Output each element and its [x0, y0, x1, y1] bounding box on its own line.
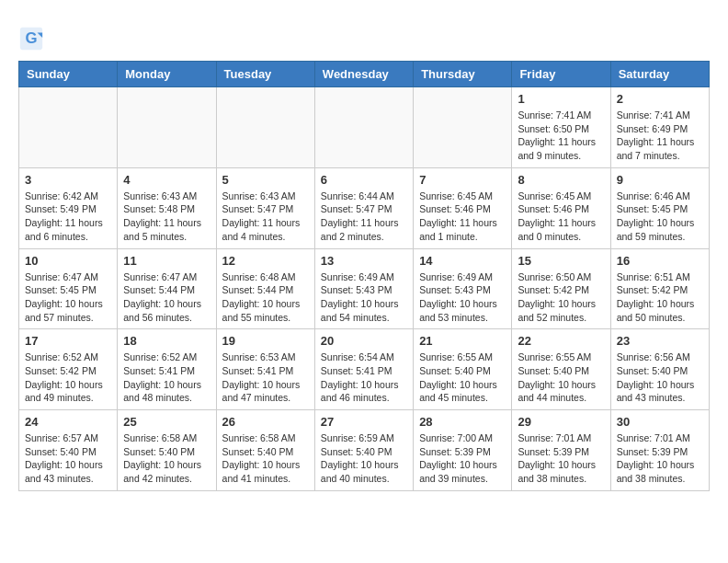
- calendar-day-cell: 2Sunrise: 7:41 AM Sunset: 6:49 PM Daylig…: [610, 87, 709, 168]
- calendar-day-cell: [19, 87, 118, 168]
- calendar-day-cell: 26Sunrise: 6:58 AM Sunset: 5:40 PM Dayli…: [216, 410, 314, 491]
- day-info: Sunrise: 6:43 AM Sunset: 5:48 PM Dayligh…: [123, 190, 210, 244]
- day-info: Sunrise: 6:43 AM Sunset: 5:47 PM Dayligh…: [222, 190, 309, 244]
- calendar-day-cell: 14Sunrise: 6:49 AM Sunset: 5:43 PM Dayli…: [414, 248, 512, 329]
- calendar-day-cell: 25Sunrise: 6:58 AM Sunset: 5:40 PM Dayli…: [118, 410, 216, 491]
- day-number: 15: [518, 254, 604, 268]
- day-number: 25: [123, 415, 210, 429]
- weekday-header: Thursday: [414, 62, 512, 87]
- day-info: Sunrise: 6:49 AM Sunset: 5:43 PM Dayligh…: [419, 270, 506, 325]
- day-info: Sunrise: 7:00 AM Sunset: 5:39 PM Dayligh…: [419, 431, 506, 486]
- day-number: 12: [222, 254, 309, 268]
- calendar-day-cell: 23Sunrise: 6:56 AM Sunset: 5:40 PM Dayli…: [610, 329, 709, 410]
- svg-text:G: G: [25, 29, 37, 47]
- calendar-day-cell: 27Sunrise: 6:59 AM Sunset: 5:40 PM Dayli…: [314, 410, 413, 491]
- day-number: 19: [222, 334, 309, 348]
- day-info: Sunrise: 6:45 AM Sunset: 5:46 PM Dayligh…: [419, 190, 506, 244]
- day-number: 24: [25, 415, 111, 429]
- calendar-day-cell: 29Sunrise: 7:01 AM Sunset: 5:39 PM Dayli…: [512, 410, 610, 491]
- day-info: Sunrise: 6:51 AM Sunset: 5:42 PM Dayligh…: [617, 270, 703, 325]
- day-number: 26: [222, 415, 309, 429]
- calendar-day-cell: 24Sunrise: 6:57 AM Sunset: 5:40 PM Dayli…: [19, 410, 118, 491]
- day-number: 16: [617, 254, 703, 268]
- day-info: Sunrise: 6:42 AM Sunset: 5:49 PM Dayligh…: [25, 190, 111, 244]
- day-info: Sunrise: 6:55 AM Sunset: 5:40 PM Dayligh…: [419, 350, 506, 405]
- calendar-day-cell: 16Sunrise: 6:51 AM Sunset: 5:42 PM Dayli…: [610, 248, 709, 329]
- calendar-day-cell: 4Sunrise: 6:43 AM Sunset: 5:48 PM Daylig…: [118, 167, 216, 248]
- weekday-header: Monday: [118, 62, 216, 87]
- logo: G: [18, 26, 48, 52]
- day-number: 1: [518, 92, 604, 106]
- calendar-day-cell: 13Sunrise: 6:49 AM Sunset: 5:43 PM Dayli…: [314, 248, 413, 329]
- day-number: 23: [617, 334, 703, 348]
- calendar-day-cell: 12Sunrise: 6:48 AM Sunset: 5:44 PM Dayli…: [216, 248, 314, 329]
- calendar-day-cell: 7Sunrise: 6:45 AM Sunset: 5:46 PM Daylig…: [414, 167, 512, 248]
- day-number: 8: [518, 173, 604, 187]
- day-info: Sunrise: 6:47 AM Sunset: 5:45 PM Dayligh…: [25, 270, 111, 325]
- calendar-day-cell: 1Sunrise: 7:41 AM Sunset: 6:50 PM Daylig…: [512, 87, 610, 168]
- calendar-day-cell: [314, 87, 413, 168]
- day-info: Sunrise: 6:57 AM Sunset: 5:40 PM Dayligh…: [25, 431, 111, 486]
- day-number: 10: [25, 254, 111, 268]
- day-info: Sunrise: 6:44 AM Sunset: 5:47 PM Dayligh…: [321, 190, 407, 244]
- day-number: 30: [617, 415, 703, 429]
- calendar-day-cell: 10Sunrise: 6:47 AM Sunset: 5:45 PM Dayli…: [19, 248, 118, 329]
- day-number: 11: [123, 254, 210, 268]
- day-info: Sunrise: 6:58 AM Sunset: 5:40 PM Dayligh…: [222, 431, 309, 486]
- calendar-day-cell: 30Sunrise: 7:01 AM Sunset: 5:39 PM Dayli…: [610, 410, 709, 491]
- logo-icon: G: [18, 26, 44, 52]
- day-number: 13: [321, 254, 407, 268]
- day-number: 28: [419, 415, 506, 429]
- day-number: 21: [419, 334, 506, 348]
- calendar-week-row: 17Sunrise: 6:52 AM Sunset: 5:42 PM Dayli…: [19, 329, 710, 410]
- day-info: Sunrise: 6:59 AM Sunset: 5:40 PM Dayligh…: [321, 431, 407, 486]
- day-info: Sunrise: 6:53 AM Sunset: 5:41 PM Dayligh…: [222, 350, 309, 405]
- day-number: 27: [321, 415, 407, 429]
- calendar-day-cell: 20Sunrise: 6:54 AM Sunset: 5:41 PM Dayli…: [314, 329, 413, 410]
- day-number: 4: [123, 173, 210, 187]
- day-info: Sunrise: 6:50 AM Sunset: 5:42 PM Dayligh…: [518, 270, 604, 325]
- day-info: Sunrise: 6:46 AM Sunset: 5:45 PM Dayligh…: [617, 190, 703, 244]
- day-info: Sunrise: 6:56 AM Sunset: 5:40 PM Dayligh…: [617, 350, 703, 405]
- calendar-day-cell: 11Sunrise: 6:47 AM Sunset: 5:44 PM Dayli…: [118, 248, 216, 329]
- day-info: Sunrise: 7:41 AM Sunset: 6:49 PM Dayligh…: [617, 109, 703, 163]
- day-number: 6: [321, 173, 407, 187]
- calendar-week-row: 1Sunrise: 7:41 AM Sunset: 6:50 PM Daylig…: [19, 87, 710, 168]
- calendar-week-row: 24Sunrise: 6:57 AM Sunset: 5:40 PM Dayli…: [19, 410, 710, 491]
- day-info: Sunrise: 6:52 AM Sunset: 5:41 PM Dayligh…: [123, 350, 210, 405]
- calendar-week-row: 10Sunrise: 6:47 AM Sunset: 5:45 PM Dayli…: [19, 248, 710, 329]
- calendar-day-cell: 17Sunrise: 6:52 AM Sunset: 5:42 PM Dayli…: [19, 329, 118, 410]
- day-info: Sunrise: 6:45 AM Sunset: 5:46 PM Dayligh…: [518, 190, 604, 244]
- day-info: Sunrise: 6:48 AM Sunset: 5:44 PM Dayligh…: [222, 270, 309, 325]
- day-number: 18: [123, 334, 210, 348]
- calendar-day-cell: [118, 87, 216, 168]
- calendar-day-cell: 21Sunrise: 6:55 AM Sunset: 5:40 PM Dayli…: [414, 329, 512, 410]
- day-number: 3: [25, 173, 111, 187]
- day-number: 29: [518, 415, 604, 429]
- day-info: Sunrise: 6:52 AM Sunset: 5:42 PM Dayligh…: [25, 350, 111, 405]
- calendar-day-cell: [414, 87, 512, 168]
- day-info: Sunrise: 7:01 AM Sunset: 5:39 PM Dayligh…: [518, 431, 604, 486]
- day-number: 2: [617, 92, 703, 106]
- calendar-table: SundayMondayTuesdayWednesdayThursdayFrid…: [18, 61, 710, 491]
- day-info: Sunrise: 7:01 AM Sunset: 5:39 PM Dayligh…: [617, 431, 703, 486]
- weekday-header: Friday: [512, 62, 610, 87]
- day-number: 20: [321, 334, 407, 348]
- day-info: Sunrise: 6:47 AM Sunset: 5:44 PM Dayligh…: [123, 270, 210, 325]
- calendar-day-cell: 3Sunrise: 6:42 AM Sunset: 5:49 PM Daylig…: [19, 167, 118, 248]
- calendar-day-cell: 22Sunrise: 6:55 AM Sunset: 5:40 PM Dayli…: [512, 329, 610, 410]
- day-info: Sunrise: 6:49 AM Sunset: 5:43 PM Dayligh…: [321, 270, 407, 325]
- calendar-day-cell: 8Sunrise: 6:45 AM Sunset: 5:46 PM Daylig…: [512, 167, 610, 248]
- day-number: 22: [518, 334, 604, 348]
- calendar-day-cell: 18Sunrise: 6:52 AM Sunset: 5:41 PM Dayli…: [118, 329, 216, 410]
- calendar-day-cell: 5Sunrise: 6:43 AM Sunset: 5:47 PM Daylig…: [216, 167, 314, 248]
- calendar-day-cell: [216, 87, 314, 168]
- calendar-week-row: 3Sunrise: 6:42 AM Sunset: 5:49 PM Daylig…: [19, 167, 710, 248]
- day-info: Sunrise: 6:58 AM Sunset: 5:40 PM Dayligh…: [123, 431, 210, 486]
- day-number: 5: [222, 173, 309, 187]
- calendar-day-cell: 6Sunrise: 6:44 AM Sunset: 5:47 PM Daylig…: [314, 167, 413, 248]
- calendar-day-cell: 28Sunrise: 7:00 AM Sunset: 5:39 PM Dayli…: [414, 410, 512, 491]
- day-info: Sunrise: 6:55 AM Sunset: 5:40 PM Dayligh…: [518, 350, 604, 405]
- calendar-day-cell: 19Sunrise: 6:53 AM Sunset: 5:41 PM Dayli…: [216, 329, 314, 410]
- day-info: Sunrise: 6:54 AM Sunset: 5:41 PM Dayligh…: [321, 350, 407, 405]
